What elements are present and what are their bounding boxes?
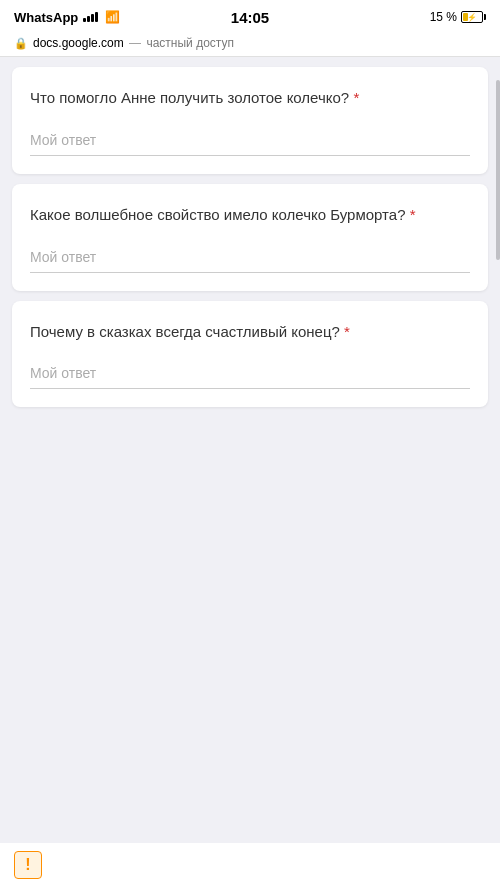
signal-bar-2 — [87, 16, 90, 22]
answer-input-1[interactable]: Мой ответ — [30, 127, 470, 156]
required-star-3: * — [344, 323, 350, 340]
battery-body: ⚡ — [461, 11, 483, 23]
signal-bar-1 — [83, 18, 86, 22]
answer-placeholder-2: Мой ответ — [30, 249, 96, 265]
address-note: частный доступ — [146, 36, 234, 50]
question-label-3: Почему в сказках всегда счастливый конец… — [30, 323, 340, 340]
signal-bar-4 — [95, 12, 98, 22]
warning-label: ! — [25, 856, 30, 874]
question-label-1: Что помогло Анне получить золотое колечк… — [30, 89, 349, 106]
status-right: 15 % ⚡ — [430, 10, 486, 24]
answer-input-2[interactable]: Мой ответ — [30, 244, 470, 273]
answer-placeholder-1: Мой ответ — [30, 132, 96, 148]
question-card-2: Какое волшебное свойство имело колечко Б… — [12, 184, 488, 291]
question-card-3: Почему в сказках всегда счастливый конец… — [12, 301, 488, 408]
warning-icon: ! — [14, 851, 42, 879]
question-label-2: Какое волшебное свойство имело колечко Б… — [30, 206, 405, 223]
question-text-3: Почему в сказках всегда счастливый конец… — [30, 321, 470, 343]
address-bar[interactable]: 🔒 docs.google.com — частный доступ — [0, 32, 500, 57]
wifi-icon: 📶 — [105, 10, 120, 24]
clock: 14:05 — [231, 9, 269, 26]
address-text: docs.google.com — частный доступ — [33, 36, 234, 50]
scrollbar[interactable] — [496, 80, 500, 260]
lock-icon: 🔒 — [14, 37, 28, 50]
battery-bolt-icon: ⚡ — [467, 13, 477, 22]
battery-percent: 15 % — [430, 10, 457, 24]
status-left: WhatsApp 📶 — [14, 10, 120, 25]
answer-placeholder-3: Мой ответ — [30, 365, 96, 381]
address-domain: docs.google.com — [33, 36, 124, 50]
address-separator: — — [129, 36, 141, 50]
battery-icon: ⚡ — [461, 11, 486, 23]
status-bar: WhatsApp 📶 14:05 15 % ⚡ — [0, 0, 500, 32]
required-star-2: * — [410, 206, 416, 223]
app-name-label: WhatsApp — [14, 10, 78, 25]
form-content: Что помогло Анне получить золотое колечк… — [0, 57, 500, 417]
signal-bars — [83, 12, 98, 22]
question-text-1: Что помогло Анне получить золотое колечк… — [30, 87, 470, 109]
answer-input-3[interactable]: Мой ответ — [30, 360, 470, 389]
question-text-2: Какое волшебное свойство имело колечко Б… — [30, 204, 470, 226]
battery-tip — [484, 14, 486, 20]
question-card-1: Что помогло Анне получить золотое колечк… — [12, 67, 488, 174]
signal-bar-3 — [91, 14, 94, 22]
required-star-1: * — [353, 89, 359, 106]
bottom-bar: ! — [0, 843, 500, 887]
